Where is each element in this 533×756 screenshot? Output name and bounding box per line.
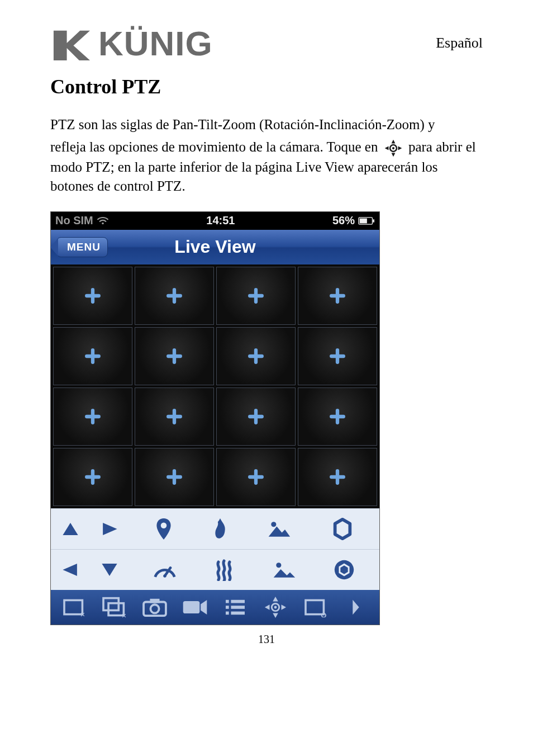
video-cell[interactable] [53, 267, 132, 325]
video-cell[interactable] [298, 448, 377, 506]
status-bar: No SIM 14:51 56% [51, 212, 379, 230]
svg-rect-37 [226, 606, 229, 609]
speed-dial-icon [153, 560, 177, 579]
svg-marker-17 [102, 563, 117, 575]
add-channel-icon [164, 467, 184, 487]
ptz-control-row [51, 549, 379, 590]
svg-text:×: × [122, 611, 127, 618]
ptz-aperture-open-button[interactable] [331, 517, 354, 541]
video-grid [51, 264, 379, 508]
add-channel-icon [246, 346, 266, 366]
video-cell[interactable] [135, 448, 214, 506]
ptz-control-row [51, 508, 379, 549]
svg-marker-42 [273, 613, 278, 618]
aperture-open-icon [331, 517, 354, 541]
video-cell[interactable] [216, 327, 296, 385]
add-channel-icon [246, 407, 266, 427]
add-channel-icon [246, 286, 266, 306]
video-cell[interactable] [135, 388, 214, 446]
svg-marker-49 [353, 599, 359, 614]
ptz-iris-open-button[interactable] [266, 519, 291, 539]
arrow-right-play-icon [100, 521, 119, 537]
ptz-preset-button[interactable] [154, 517, 173, 541]
video-cell[interactable] [135, 327, 214, 385]
record-video-icon [181, 598, 209, 617]
svg-marker-2 [391, 153, 395, 157]
svg-rect-47 [306, 600, 323, 614]
chevron-right-icon [351, 598, 361, 617]
svg-marker-3 [384, 147, 388, 150]
ptz-focus-far-button[interactable] [213, 559, 235, 581]
video-cell[interactable] [53, 388, 132, 446]
add-channel-icon [83, 467, 103, 487]
single-view-close-icon: × [62, 597, 87, 617]
svg-point-46 [274, 606, 277, 608]
video-cell[interactable] [216, 448, 296, 506]
add-channel-icon [164, 286, 184, 306]
ptz-speed-button[interactable] [153, 560, 177, 579]
video-cell[interactable] [298, 267, 377, 325]
svg-marker-41 [273, 596, 278, 601]
video-cell[interactable] [216, 267, 296, 325]
ptz-arrow-up[interactable] [51, 521, 90, 537]
single-view-close-button[interactable]: × [59, 597, 90, 617]
ptz-mode-button[interactable] [260, 596, 291, 619]
single-view-open-button[interactable] [300, 597, 331, 617]
svg-rect-40 [231, 611, 245, 615]
snapshot-button[interactable] [139, 597, 170, 618]
svg-text:×: × [80, 610, 85, 617]
add-channel-icon [83, 407, 103, 427]
brand-logo: KÜNIG [50, 22, 213, 64]
bottom-toolbar: × × [51, 590, 379, 625]
svg-marker-21 [273, 569, 295, 578]
svg-rect-25 [64, 600, 82, 614]
add-channel-icon [83, 346, 103, 366]
menu-button[interactable]: MENU [56, 237, 108, 257]
ptz-focus-near-button[interactable] [213, 517, 227, 541]
battery-icon [358, 217, 375, 225]
svg-rect-10 [373, 219, 374, 222]
page-number: 131 [50, 633, 483, 646]
svg-rect-31 [150, 598, 159, 603]
svg-point-7 [102, 222, 104, 224]
svg-rect-38 [231, 606, 245, 609]
svg-marker-34 [201, 600, 207, 615]
aperture-close-icon [332, 558, 356, 582]
ptz-arrow-right-play[interactable] [90, 521, 129, 537]
ptz-aperture-close-button[interactable] [332, 558, 356, 582]
svg-rect-35 [226, 599, 229, 603]
video-cell[interactable] [135, 267, 214, 325]
video-cell[interactable] [53, 327, 132, 385]
ptz-arrow-down[interactable] [90, 561, 129, 578]
svg-point-20 [276, 563, 281, 568]
document-header: KÜNIG Español [50, 22, 483, 64]
video-cell[interactable] [216, 388, 296, 446]
video-cell[interactable] [298, 327, 377, 385]
svg-point-19 [163, 574, 166, 577]
add-channel-icon [164, 407, 184, 427]
multi-view-close-button[interactable]: × [99, 596, 130, 618]
battery-percent: 56% [332, 214, 355, 227]
image-sun-icon [266, 519, 291, 539]
list-button[interactable] [220, 598, 251, 617]
video-cell[interactable] [298, 388, 377, 446]
flame-icon [213, 517, 227, 541]
svg-rect-36 [231, 599, 245, 603]
arrow-up-icon [61, 521, 80, 537]
svg-marker-15 [269, 526, 291, 536]
svg-marker-1 [391, 140, 395, 144]
ptz-iris-close-button[interactable] [272, 560, 296, 580]
record-button[interactable] [179, 598, 211, 617]
status-time: 14:51 [109, 214, 332, 227]
svg-marker-4 [398, 147, 402, 150]
svg-marker-11 [63, 522, 78, 535]
logo-mark-icon [50, 22, 92, 64]
single-view-open-icon [303, 597, 328, 617]
add-channel-icon [164, 346, 184, 366]
video-cell[interactable] [53, 448, 132, 506]
language-label: Español [436, 35, 483, 51]
paragraph-line-1: PTZ son las siglas de Pan-Tilt-Zoom (Rot… [50, 115, 483, 134]
more-button[interactable] [340, 598, 372, 617]
svg-marker-44 [282, 604, 287, 610]
ptz-arrow-left[interactable] [51, 561, 90, 578]
